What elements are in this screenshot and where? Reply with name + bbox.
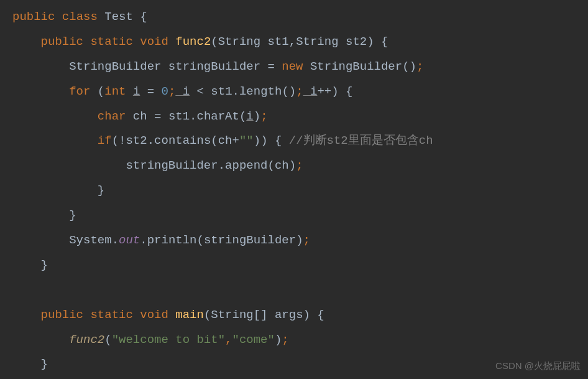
dot: . [218,159,225,172]
keyword-for: for [69,85,90,98]
brace: } [41,357,48,371]
string-literal: "" [239,134,254,147]
type: StringBuilder [69,60,161,73]
string-literal: "come" [232,333,274,347]
constructor: StringBuilder [310,60,402,73]
keyword-int: int [104,85,126,98]
number: 0 [162,85,168,98]
string-literal: "welcome to bit" [112,333,225,347]
var-ch: ch [133,110,147,123]
operator: ! [119,134,126,147]
var: ch [275,159,289,172]
dot: . [190,110,196,123]
keyword-static: static [90,35,132,49]
semicolon: ; [282,333,288,347]
keyword-char: char [98,110,126,123]
paren: ( [239,110,246,123]
code-line[interactable]: func2("welcome to bit","come"); [12,328,588,353]
operator: = [260,60,282,73]
var: st1 [168,110,190,123]
operator: + [232,134,239,147]
keyword-public: public [41,35,83,49]
keyword-public: public [41,308,83,322]
operator: ++ [317,85,331,98]
paren: ( [104,333,111,347]
brace: ) { [367,35,388,49]
static-field: out [119,233,140,247]
code-line[interactable]: System.out.println(stringBuilder); [12,228,588,253]
dot: . [112,233,119,247]
var-i: i [175,85,190,98]
brace: { [133,10,147,24]
arg-i: i [246,110,253,123]
comma: , [225,333,232,347]
semicolon: ; [296,85,303,98]
keyword-void: void [140,308,168,322]
semicolon: ; [296,159,303,172]
code-line[interactable]: public static void main(String[] args) { [12,303,588,328]
comma: , [289,35,296,49]
method-call: append [225,159,267,172]
dot: . [147,134,154,147]
brace: } [98,184,104,197]
semicolon: ; [416,60,423,73]
code-line[interactable]: char ch = st1.charAt(i); [12,105,588,129]
code-line[interactable]: public class Test { [12,5,588,30]
brace: ) { [331,85,352,98]
code-line[interactable] [12,278,588,303]
param-type: String [211,308,253,322]
paren: ( [112,134,119,147]
paren: ( [268,159,275,172]
paren: )) [254,134,268,147]
brace: } [69,208,76,222]
watermark: CSDN @火烧屁屁啦 [495,356,581,376]
paren: ) [296,233,303,247]
method-call: length [239,85,282,98]
param-type: String [218,35,260,49]
method-call: contains [154,134,211,147]
code-line[interactable]: stringBuilder.append(ch); [12,154,588,179]
code-line[interactable]: for (int i = 0; i < st1.length(); i++) { [12,80,588,105]
semicolon: ; [168,85,175,98]
keyword-if: if [98,134,112,147]
var: ch [218,134,232,147]
arg: stringBuilder [204,233,296,247]
brackets: [] [254,308,268,322]
brace: ) { [303,308,324,322]
comment: //判断st2里面是否包含ch [289,134,433,147]
operator: = [140,85,161,98]
code-line[interactable]: } [12,204,588,228]
paren: ( [90,85,104,98]
brace: { [268,134,289,147]
method-call: println [147,233,197,247]
paren: ( [197,233,204,247]
var: st1 [211,85,232,98]
code-editor[interactable]: public class Test { public static void f… [0,5,588,377]
code-line[interactable]: public static void func2(String st1,Stri… [12,30,588,55]
code-line[interactable]: StringBuilder stringBuilder = new String… [12,55,588,80]
paren: ) [289,159,296,172]
param-name: st1 [268,35,289,49]
var: stringBuilder [126,159,218,172]
dot: . [232,85,239,98]
semicolon: ; [303,233,310,247]
param-name: args [275,308,303,322]
method-name: func2 [175,35,211,49]
code-line[interactable]: } [12,253,588,278]
paren: ( [211,134,218,147]
var-name: stringBuilder [168,60,260,73]
method-name: main [175,308,204,322]
code-line[interactable]: if(!st2.contains(ch+"")) { //判断st2里面是否包含… [12,129,588,154]
keyword-static: static [90,308,132,322]
brace: } [41,258,48,272]
keyword-void: void [140,35,168,49]
code-line[interactable]: } [12,179,588,204]
parens: () [402,60,416,73]
keyword-public: public [12,10,55,24]
dot: . [140,233,147,247]
paren: ) [254,110,260,123]
operator: < [190,85,211,98]
param-type: String [296,35,338,49]
method-call: charAt [197,110,239,123]
semicolon: ; [260,110,267,123]
